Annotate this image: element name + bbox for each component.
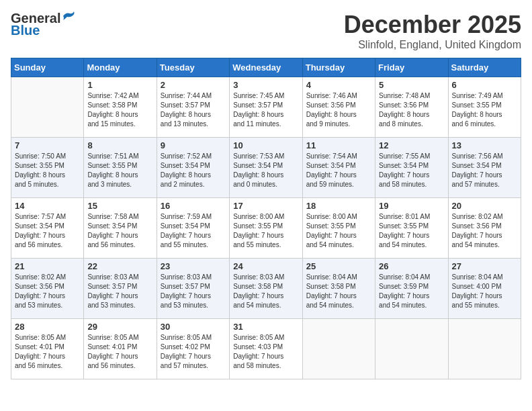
day-number: 6 [452, 80, 517, 90]
calendar-cell [375, 319, 448, 379]
day-number: 3 [233, 80, 298, 90]
day-number: 12 [379, 140, 444, 150]
calendar-cell: 17Sunrise: 8:00 AMSunset: 3:55 PMDayligh… [230, 198, 302, 259]
calendar-cell [11, 77, 84, 138]
day-number: 20 [452, 201, 517, 211]
weekday-header-tuesday: Tuesday [157, 58, 229, 77]
weekday-header-row: SundayMondayTuesdayWednesdayThursdayFrid… [11, 58, 521, 77]
calendar-table: SundayMondayTuesdayWednesdayThursdayFrid… [11, 58, 521, 379]
day-info: Sunrise: 8:03 AMSunset: 3:58 PMDaylight:… [233, 273, 298, 310]
day-info: Sunrise: 7:50 AMSunset: 3:55 PMDaylight:… [15, 152, 80, 189]
day-number: 22 [87, 261, 152, 271]
day-info: Sunrise: 7:57 AMSunset: 3:54 PMDaylight:… [15, 212, 80, 250]
calendar-cell: 13Sunrise: 7:56 AMSunset: 3:54 PMDayligh… [448, 138, 521, 198]
day-info: Sunrise: 7:45 AMSunset: 3:57 PMDaylight:… [233, 91, 298, 129]
day-number: 8 [87, 140, 152, 150]
day-number: 24 [233, 261, 298, 271]
day-info: Sunrise: 7:51 AMSunset: 3:55 PMDaylight:… [87, 152, 152, 189]
logo: General Blue [11, 11, 77, 38]
day-info: Sunrise: 8:05 AMSunset: 4:01 PMDaylight:… [15, 333, 80, 371]
day-number: 31 [233, 322, 298, 332]
calendar-cell: 25Sunrise: 8:04 AMSunset: 3:58 PMDayligh… [302, 259, 375, 319]
day-number: 9 [161, 140, 226, 150]
day-number: 28 [15, 322, 80, 332]
logo-blue: Blue [11, 23, 40, 38]
calendar-cell: 12Sunrise: 7:55 AMSunset: 3:54 PMDayligh… [375, 138, 448, 198]
day-info: Sunrise: 7:42 AMSunset: 3:58 PMDaylight:… [87, 91, 152, 129]
day-info: Sunrise: 7:56 AMSunset: 3:54 PMDaylight:… [452, 152, 517, 189]
calendar-cell: 30Sunrise: 8:05 AMSunset: 4:02 PMDayligh… [157, 319, 229, 379]
day-number: 5 [379, 80, 444, 90]
calendar-cell: 31Sunrise: 8:05 AMSunset: 4:03 PMDayligh… [230, 319, 302, 379]
calendar-week-row: 14Sunrise: 7:57 AMSunset: 3:54 PMDayligh… [11, 198, 521, 259]
weekday-header-sunday: Sunday [11, 58, 84, 77]
calendar-cell: 8Sunrise: 7:51 AMSunset: 3:55 PMDaylight… [84, 138, 157, 198]
day-info: Sunrise: 7:52 AMSunset: 3:54 PMDaylight:… [161, 152, 226, 189]
day-info: Sunrise: 8:03 AMSunset: 3:57 PMDaylight:… [87, 273, 152, 310]
day-info: Sunrise: 7:46 AMSunset: 3:56 PMDaylight:… [306, 91, 371, 129]
day-info: Sunrise: 7:53 AMSunset: 3:54 PMDaylight:… [233, 152, 298, 189]
weekday-header-saturday: Saturday [448, 58, 521, 77]
day-number: 4 [306, 80, 371, 90]
day-number: 16 [161, 201, 226, 211]
day-info: Sunrise: 8:05 AMSunset: 4:01 PMDaylight:… [87, 333, 152, 371]
calendar-week-row: 7Sunrise: 7:50 AMSunset: 3:55 PMDaylight… [11, 138, 521, 198]
day-info: Sunrise: 8:02 AMSunset: 3:56 PMDaylight:… [452, 212, 517, 250]
calendar-cell: 20Sunrise: 8:02 AMSunset: 3:56 PMDayligh… [448, 198, 521, 259]
calendar-cell: 2Sunrise: 7:44 AMSunset: 3:57 PMDaylight… [157, 77, 229, 138]
day-number: 7 [15, 140, 80, 150]
day-number: 23 [161, 261, 226, 271]
month-title: December 2025 [344, 11, 521, 39]
calendar-cell: 23Sunrise: 8:03 AMSunset: 3:57 PMDayligh… [157, 259, 229, 319]
page-header: General Blue December 2025 Slinfold, Eng… [11, 11, 521, 51]
day-info: Sunrise: 8:05 AMSunset: 4:02 PMDaylight:… [161, 333, 226, 371]
day-info: Sunrise: 8:00 AMSunset: 3:55 PMDaylight:… [233, 212, 298, 250]
day-info: Sunrise: 8:02 AMSunset: 3:56 PMDaylight:… [15, 273, 80, 310]
day-info: Sunrise: 8:00 AMSunset: 3:55 PMDaylight:… [306, 212, 371, 250]
calendar-cell: 14Sunrise: 7:57 AMSunset: 3:54 PMDayligh… [11, 198, 84, 259]
calendar-cell: 19Sunrise: 8:01 AMSunset: 3:55 PMDayligh… [375, 198, 448, 259]
day-info: Sunrise: 8:04 AMSunset: 3:59 PMDaylight:… [379, 273, 444, 310]
day-info: Sunrise: 7:44 AMSunset: 3:57 PMDaylight:… [161, 91, 226, 129]
calendar-cell: 6Sunrise: 7:49 AMSunset: 3:55 PMDaylight… [448, 77, 521, 138]
day-number: 1 [87, 80, 152, 90]
calendar-cell: 11Sunrise: 7:54 AMSunset: 3:54 PMDayligh… [302, 138, 375, 198]
weekday-header-wednesday: Wednesday [230, 58, 302, 77]
day-number: 10 [233, 140, 298, 150]
day-number: 21 [15, 261, 80, 271]
calendar-cell: 1Sunrise: 7:42 AMSunset: 3:58 PMDaylight… [84, 77, 157, 138]
calendar-week-row: 28Sunrise: 8:05 AMSunset: 4:01 PMDayligh… [11, 319, 521, 379]
day-number: 26 [379, 261, 444, 271]
calendar-cell: 9Sunrise: 7:52 AMSunset: 3:54 PMDaylight… [157, 138, 229, 198]
day-info: Sunrise: 7:58 AMSunset: 3:54 PMDaylight:… [87, 212, 152, 250]
day-info: Sunrise: 8:03 AMSunset: 3:57 PMDaylight:… [161, 273, 226, 310]
day-info: Sunrise: 7:49 AMSunset: 3:55 PMDaylight:… [452, 91, 517, 129]
day-number: 14 [15, 201, 80, 211]
day-info: Sunrise: 7:59 AMSunset: 3:54 PMDaylight:… [161, 212, 226, 250]
calendar-cell: 22Sunrise: 8:03 AMSunset: 3:57 PMDayligh… [84, 259, 157, 319]
calendar-cell [302, 319, 375, 379]
day-number: 30 [161, 322, 226, 332]
location-subtitle: Slinfold, England, United Kingdom [344, 39, 521, 51]
day-info: Sunrise: 8:04 AMSunset: 3:58 PMDaylight:… [306, 273, 371, 310]
calendar-cell: 7Sunrise: 7:50 AMSunset: 3:55 PMDaylight… [11, 138, 84, 198]
calendar-cell: 16Sunrise: 7:59 AMSunset: 3:54 PMDayligh… [157, 198, 229, 259]
day-info: Sunrise: 8:04 AMSunset: 4:00 PMDaylight:… [452, 273, 517, 310]
calendar-cell: 10Sunrise: 7:53 AMSunset: 3:54 PMDayligh… [230, 138, 302, 198]
calendar-cell: 3Sunrise: 7:45 AMSunset: 3:57 PMDaylight… [230, 77, 302, 138]
day-number: 18 [306, 201, 371, 211]
day-number: 13 [452, 140, 517, 150]
calendar-cell: 28Sunrise: 8:05 AMSunset: 4:01 PMDayligh… [11, 319, 84, 379]
calendar-cell [448, 319, 521, 379]
day-number: 19 [379, 201, 444, 211]
calendar-cell: 5Sunrise: 7:48 AMSunset: 3:56 PMDaylight… [375, 77, 448, 138]
day-number: 17 [233, 201, 298, 211]
day-info: Sunrise: 8:01 AMSunset: 3:55 PMDaylight:… [379, 212, 444, 250]
weekday-header-monday: Monday [84, 58, 157, 77]
calendar-cell: 18Sunrise: 8:00 AMSunset: 3:55 PMDayligh… [302, 198, 375, 259]
calendar-cell: 4Sunrise: 7:46 AMSunset: 3:56 PMDaylight… [302, 77, 375, 138]
day-info: Sunrise: 8:05 AMSunset: 4:03 PMDaylight:… [233, 333, 298, 371]
weekday-header-thursday: Thursday [302, 58, 375, 77]
day-number: 11 [306, 140, 371, 150]
day-number: 27 [452, 261, 517, 271]
